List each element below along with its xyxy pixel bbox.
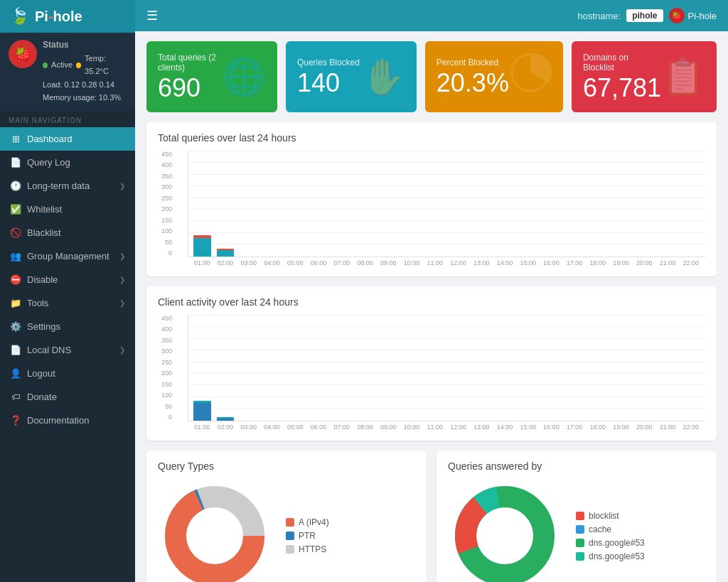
- sidebar: 🍃 Pi-hole 🍓 Status Active Temp: 35.2°C L…: [0, 0, 135, 582]
- legend-label: dns.google#53: [589, 538, 645, 548]
- legend-color: [286, 545, 294, 554]
- sidebar-item-label: Local DNS: [27, 345, 71, 355]
- stat-value: 67,781: [583, 75, 661, 101]
- sidebar-item-label: Query Log: [27, 157, 70, 168]
- bar-chart-inner: [188, 157, 705, 257]
- whitelist-icon: ✅: [10, 204, 21, 215]
- sidebar-item-label: Whitelist: [27, 204, 62, 215]
- group-icon: 👥: [10, 251, 21, 262]
- legend-color: [286, 532, 294, 540]
- donate-icon: 🏷: [10, 392, 21, 402]
- disable-icon: ⛔: [10, 274, 21, 285]
- status-title: Status: [43, 40, 127, 50]
- sidebar-item-label: Tools: [27, 298, 48, 308]
- stat-label: Total queries (2 clients): [158, 53, 222, 72]
- sidebar-item-disable[interactable]: ⛔ Disable ❯: [0, 268, 135, 291]
- legend-label: PTR: [299, 531, 316, 541]
- chevron-right-icon: ❯: [119, 182, 125, 190]
- clock-icon: 🕐: [10, 180, 21, 191]
- topbar: ☰ hostname: pihole 🍓 Pi-hole: [135, 0, 728, 31]
- sidebar-item-query-log[interactable]: 📄 Query Log: [0, 151, 135, 174]
- bottom-charts-row: Query Types A (IPv4): [146, 451, 717, 582]
- sidebar-item-whitelist[interactable]: ✅ Whitelist: [0, 198, 135, 221]
- chevron-right-icon: ❯: [119, 299, 125, 307]
- legend-color: [576, 525, 584, 534]
- bar-chart-inner: [188, 321, 705, 421]
- chevron-right-icon: ❯: [119, 346, 125, 354]
- svg-point-4: [190, 511, 240, 561]
- temp-dot: [76, 63, 81, 68]
- sidebar-item-blacklist[interactable]: 🚫 Blacklist: [0, 221, 135, 244]
- status-section: 🍓 Status Active Temp: 35.2°C Load: 0.12 …: [0, 33, 135, 111]
- sidebar-item-label: Disable: [27, 274, 58, 285]
- stat-card-total-queries: Total queries (2 clients) 690 🌐: [146, 41, 277, 112]
- hostname-label: hostname:: [577, 11, 621, 21]
- load-label: Load: 0.12 0.28 0.14: [43, 79, 127, 92]
- list-icon: 📋: [661, 56, 705, 97]
- sidebar-item-long-term-data[interactable]: 🕐 Long-term data ❯: [0, 174, 135, 198]
- active-label: Active: [51, 59, 73, 72]
- donut-container: blocklist cache dns.google#53 dns.g: [448, 479, 705, 582]
- sidebar-item-group-management[interactable]: 👥 Group Management ❯: [0, 244, 135, 268]
- sidebar-item-label: Group Management: [27, 251, 109, 262]
- x-axis-labels: 01:0002:0003:0004:0005:0006:0007:0008:00…: [188, 421, 705, 431]
- legend-label: HTTPS: [299, 544, 326, 554]
- stat-value: 20.3%: [437, 70, 509, 96]
- stats-row: Total queries (2 clients) 690 🌐 Queries …: [146, 41, 717, 112]
- stat-value: 140: [297, 70, 360, 96]
- hand-icon: ✋: [361, 56, 405, 97]
- y-axis-labels: 450400350300 250200150100 500: [161, 315, 172, 421]
- x-axis-labels: 01:0002:0003:0004:0005:0006:0007:0008:00…: [188, 257, 705, 266]
- legend-item: dns.google#53: [576, 538, 645, 548]
- legend-item: HTTPS: [286, 544, 329, 554]
- legend-item: dns.google#53: [576, 551, 645, 561]
- queries-answered-donut: [448, 479, 562, 582]
- pi-badge: 🍓 Pi-hole: [669, 8, 717, 23]
- stat-card-queries-blocked: Queries Blocked 140 ✋: [286, 41, 417, 112]
- sidebar-item-documentation[interactable]: ❓ Documentation: [0, 409, 135, 432]
- legend-item: PTR: [286, 531, 329, 541]
- queries-answered-legend: blocklist cache dns.google#53 dns.g: [576, 511, 645, 561]
- query-types-panel: Query Types A (IPv4): [146, 451, 427, 582]
- sidebar-item-label: Long-term data: [27, 180, 90, 191]
- sidebar-header: 🍃 Pi-hole: [0, 0, 135, 33]
- sidebar-item-settings[interactable]: ⚙️ Settings: [0, 315, 135, 338]
- temp-label: Temp: 35.2°C: [85, 53, 127, 77]
- sidebar-item-logout[interactable]: 👤 Logout: [0, 362, 135, 385]
- legend-label: A (IPv4): [299, 517, 329, 527]
- client-activity-chart: Client activity over last 24 hours 45040…: [146, 286, 717, 441]
- legend-item: cache: [576, 524, 645, 534]
- pi-label: Pi-hole: [688, 11, 717, 21]
- pi-icon: 🍓: [9, 40, 37, 68]
- chevron-right-icon: ❯: [119, 276, 125, 284]
- legend-color: [286, 518, 294, 527]
- sidebar-item-label: Documentation: [27, 415, 89, 426]
- active-dot: [43, 63, 48, 68]
- hostname-value: pihole: [626, 9, 663, 22]
- sidebar-item-donate[interactable]: 🏷 Donate: [0, 385, 135, 409]
- stat-label: Queries Blocked: [297, 58, 360, 68]
- legend-item: blocklist: [576, 511, 645, 521]
- chart-title: Queries answered by: [448, 460, 705, 472]
- query-types-legend: A (IPv4) PTR HTTPS: [286, 517, 329, 554]
- nav-section-label: MAIN NAVIGATION: [0, 111, 135, 127]
- pie-icon: [509, 51, 552, 102]
- stat-label: Percent Blocked: [437, 58, 509, 68]
- svg-point-9: [480, 511, 530, 561]
- logout-icon: 👤: [10, 368, 21, 379]
- chart-title: Total queries over last 24 hours: [158, 132, 705, 144]
- sidebar-item-tools[interactable]: 📁 Tools ❯: [0, 291, 135, 315]
- stat-card-percent-blocked: Percent Blocked 20.3%: [425, 41, 563, 112]
- y-axis-labels: 450400350300 250200150100 500: [161, 151, 172, 257]
- tools-icon: 📁: [10, 298, 21, 308]
- sidebar-item-label: Dashboard: [27, 134, 73, 144]
- blacklist-icon: 🚫: [10, 227, 21, 238]
- sidebar-item-label: Settings: [27, 321, 60, 332]
- sidebar-item-local-dns[interactable]: 📄 Local DNS ❯: [0, 338, 135, 362]
- sidebar-item-dashboard[interactable]: ⊞ Dashboard: [0, 127, 135, 151]
- legend-color: [576, 552, 584, 561]
- dns-icon: 📄: [10, 345, 21, 355]
- help-icon: ❓: [10, 415, 21, 426]
- hamburger-icon[interactable]: ☰: [146, 8, 158, 23]
- donut-container: A (IPv4) PTR HTTPS: [158, 479, 415, 582]
